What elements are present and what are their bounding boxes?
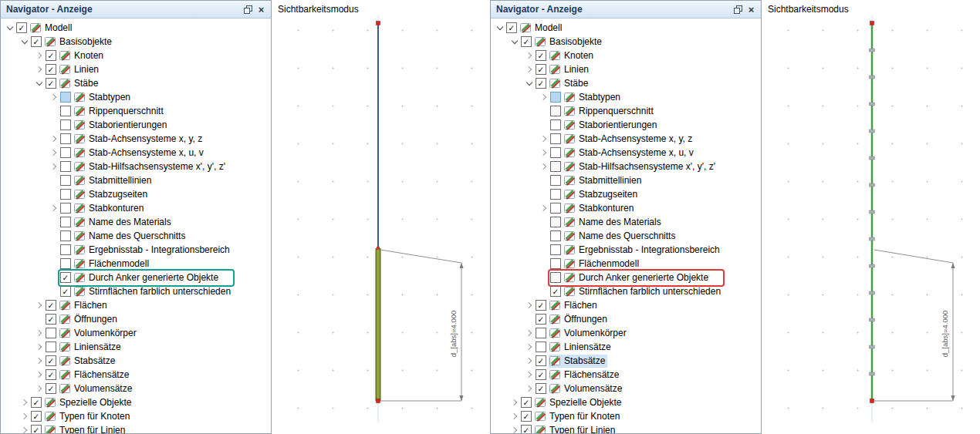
chevron-right-icon[interactable]	[523, 331, 535, 335]
tree-row[interactable]: ✓Stabsätze	[1, 354, 271, 368]
tree-row[interactable]: Stab-Achsensysteme x, y, z	[491, 132, 761, 146]
tree-row[interactable]: ✓Linien	[491, 62, 761, 76]
checkbox[interactable]	[60, 189, 71, 200]
checkbox[interactable]	[46, 328, 56, 338]
chevron-right-icon[interactable]	[19, 414, 30, 419]
viewport-right[interactable]: Sichtbarkeitsmodus d_[abs]=4.000	[762, 0, 980, 434]
checkbox[interactable]: ✓	[521, 411, 532, 422]
chevron-right-icon[interactable]	[509, 428, 520, 432]
tree-item[interactable]: Flächensätze	[59, 368, 131, 382]
tree-row[interactable]: Stab-Achsensysteme x, u, v	[1, 146, 271, 160]
float-window-button[interactable]	[732, 3, 745, 16]
tree-row[interactable]: ✓Basisobjekte	[491, 35, 761, 49]
tree-item[interactable]: Name des Querschnitts	[563, 230, 678, 243]
tree-row[interactable]: Staborientierungen	[491, 118, 761, 132]
checkbox[interactable]	[550, 175, 561, 186]
tree-row[interactable]: Rippenquerschnitt	[491, 104, 761, 118]
chevron-right-icon[interactable]	[33, 345, 45, 349]
tree-row[interactable]: ✓Modell	[1, 21, 271, 35]
tree-item[interactable]: Volumensätze	[59, 382, 134, 395]
chevron-right-icon[interactable]	[48, 206, 59, 210]
tree-row[interactable]: Rippenquerschnitt	[1, 104, 271, 118]
tree-item[interactable]: Durch Anker generierte Objekte	[73, 271, 221, 284]
chevron-right-icon[interactable]	[48, 95, 59, 99]
checkbox[interactable]	[60, 161, 71, 172]
tree-row[interactable]: Stabtypen	[491, 90, 761, 104]
checkbox[interactable]: ✓	[536, 355, 546, 366]
checkbox[interactable]	[550, 189, 561, 200]
checkbox[interactable]	[60, 175, 71, 186]
checkbox[interactable]	[60, 203, 71, 214]
chevron-right-icon[interactable]	[33, 358, 45, 363]
checkbox[interactable]: ✓	[521, 397, 532, 408]
chevron-right-icon[interactable]	[523, 372, 535, 377]
close-button[interactable]: ×	[255, 3, 268, 16]
checkbox[interactable]	[46, 341, 56, 352]
chevron-down-icon[interactable]	[33, 82, 45, 85]
tree-row[interactable]: Name des Querschnitts	[491, 229, 761, 243]
chevron-right-icon[interactable]	[33, 372, 45, 377]
tree-row[interactable]: Staborientierungen	[1, 118, 271, 132]
tree-row[interactable]: ✓Typen für Linien	[1, 423, 271, 433]
tree-item[interactable]: Stab-Achsensysteme x, u, v	[563, 146, 696, 160]
tree-row[interactable]: ✓Stirnflächen farblich unterschieden	[491, 284, 761, 298]
tree-row[interactable]: Stab-Achsensysteme x, y, z	[1, 132, 271, 146]
tree-item[interactable]: Stab-Hilfsachsensysteme x', y', z'	[563, 160, 718, 173]
checkbox[interactable]	[550, 217, 561, 227]
tree-item[interactable]: Stirnflächen farblich unterschieden	[563, 285, 723, 298]
tree-row[interactable]: ✓Öffnungen	[491, 312, 761, 326]
chevron-right-icon[interactable]	[523, 303, 535, 308]
checkbox[interactable]	[60, 92, 71, 103]
tree-row[interactable]: Stab-Achsensysteme x, u, v	[491, 146, 761, 160]
checkbox[interactable]	[550, 272, 561, 283]
checkbox[interactable]: ✓	[31, 397, 42, 408]
tree-row[interactable]: Stabkonturen	[491, 201, 761, 215]
checkbox[interactable]: ✓	[46, 383, 56, 394]
checkbox[interactable]	[550, 161, 561, 172]
tree-item[interactable]: Volumensätze	[549, 382, 624, 395]
checkbox[interactable]: ✓	[60, 286, 71, 297]
close-button[interactable]: ×	[745, 3, 758, 16]
checkbox[interactable]: ✓	[31, 411, 42, 422]
tree-item[interactable]: Stabtypen	[73, 91, 133, 104]
checkbox[interactable]	[60, 244, 71, 255]
checkbox[interactable]	[60, 258, 71, 269]
chevron-right-icon[interactable]	[538, 206, 549, 210]
tree-item[interactable]: Stäbe	[549, 77, 590, 90]
checkbox[interactable]	[550, 230, 561, 241]
tree-item[interactable]: Stirnflächen farblich unterschieden	[73, 285, 233, 298]
tree-item[interactable]: Stab-Hilfsachsensysteme x', y', z'	[73, 160, 228, 173]
checkbox[interactable]: ✓	[536, 300, 546, 311]
viewport-left[interactable]: Sichtbarkeitsmodus d_[abs]=4.000	[272, 0, 490, 434]
tree-row[interactable]: ✓Volumensätze	[1, 382, 271, 395]
tree-row[interactable]: Stabzugseiten	[491, 187, 761, 201]
tree-row[interactable]: Liniensätze	[491, 340, 761, 354]
tree-item[interactable]: Stäbe	[59, 77, 100, 90]
checkbox[interactable]: ✓	[31, 425, 42, 433]
chevron-right-icon[interactable]	[523, 67, 535, 72]
chevron-right-icon[interactable]	[33, 67, 45, 72]
chevron-right-icon[interactable]	[48, 136, 59, 141]
tree-item[interactable]: Linien	[59, 63, 101, 76]
chevron-right-icon[interactable]	[523, 386, 535, 391]
tree-row[interactable]: Name des Materials	[1, 215, 271, 229]
checkbox[interactable]: ✓	[536, 383, 546, 394]
chevron-right-icon[interactable]	[509, 414, 520, 419]
checkbox[interactable]: ✓	[521, 36, 532, 47]
tree-row[interactable]: ✓Linien	[1, 62, 271, 76]
checkbox[interactable]	[60, 217, 71, 227]
tree-item[interactable]: Stabzugseiten	[563, 188, 640, 201]
checkbox[interactable]: ✓	[506, 22, 517, 33]
tree-item[interactable]: Flächen	[59, 299, 110, 312]
tree-row[interactable]: ✓Flächensätze	[1, 368, 271, 382]
tree-item[interactable]: Name des Materials	[563, 216, 664, 229]
chevron-right-icon[interactable]	[523, 358, 535, 363]
tree-row[interactable]: ✓Öffnungen	[1, 312, 271, 326]
chevron-right-icon[interactable]	[523, 345, 535, 349]
checkbox[interactable]: ✓	[16, 22, 27, 33]
tree-item[interactable]: Typen für Linien	[44, 424, 127, 434]
tree-row[interactable]: Stabtypen	[1, 90, 271, 104]
checkbox[interactable]	[60, 133, 71, 144]
tree-row[interactable]: Stabkonturen	[1, 201, 271, 215]
tree-item[interactable]: Flächenmodell	[73, 257, 151, 271]
